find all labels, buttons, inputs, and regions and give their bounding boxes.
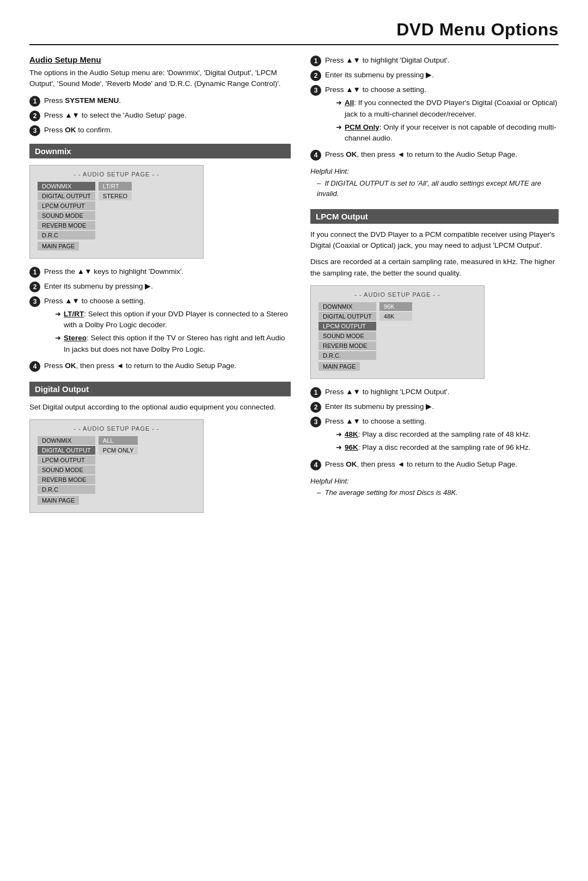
do-step-num-4: 4 — [310, 150, 321, 161]
lpcm-item-reverb-mode: REVERB MODE — [318, 341, 376, 350]
arrow-sym-pcm: ➜ — [336, 122, 342, 133]
lpcm-output-heading: LPCM Output — [310, 209, 559, 224]
arrow-sym-96k: ➜ — [336, 442, 342, 453]
downmix-option-ltrt: LT/RT — [99, 182, 132, 191]
downmix-step-2: 2 Enter its submenu by pressing ▶. — [29, 281, 291, 292]
lpcm-menu-col-left: DOWNMIX DIGITAL OUTPUT LPCM OUTPUT SOUND… — [318, 302, 376, 360]
do-all-text: All: If you connected the DVD Player's D… — [345, 97, 559, 120]
audio-setup-section: Audio Setup Menu The options in the Audi… — [29, 55, 291, 136]
downmix-item-reverb-mode: REVERB MODE — [38, 221, 95, 230]
digital-output-hint: Helpful Hint: – If DIGITAL OUTPUT is set… — [310, 166, 559, 199]
downmix-step-1: 1 Press the ▲▼ keys to highlight 'Downmi… — [29, 266, 291, 278]
arrow-sym-all: ➜ — [336, 97, 342, 108]
do-step-2: 2 Enter its submenu by pressing ▶. — [310, 70, 559, 81]
step-text-1: Press SYSTEM MENU. — [44, 95, 291, 106]
audio-setup-intro: The options in the Audio Setup menu are:… — [29, 68, 291, 90]
lpcm-menu-table: DOWNMIX DIGITAL OUTPUT LPCM OUTPUT SOUND… — [318, 302, 476, 360]
downmix-step-text-1: Press the ▲▼ keys to highlight 'Downmix'… — [44, 266, 291, 277]
do-pcm-text: PCM Only: Only if your receiver is not c… — [345, 122, 559, 144]
audio-setup-heading: Audio Setup Menu — [29, 55, 291, 64]
do-step-3: 3 Press ▲▼ to choose a setting. ➜ All: I… — [310, 84, 559, 146]
digital-output-diagram-title: - - AUDIO SETUP PAGE - - — [38, 425, 195, 432]
digital-output-intro: Set Digital output according to the opti… — [29, 402, 291, 413]
do-item-lpcm-output: LPCM OUTPUT — [38, 456, 95, 464]
digital-output-main-page: MAIN PAGE — [38, 496, 79, 505]
do-item-downmix: DOWNMIX — [38, 436, 95, 445]
step-text-2: Press ▲▼ to select the 'Audio Setup' pag… — [44, 110, 291, 121]
right-column: 1 Press ▲▼ to highlight 'Digital Output'… — [310, 55, 559, 521]
lpcm-step-num-2: 2 — [310, 402, 321, 413]
do-step-text-4: Press OK, then press ◄ to return to the … — [325, 149, 559, 160]
downmix-step-num-4: 4 — [29, 361, 40, 372]
lpcm-item-sound-mode: SOUND MODE — [318, 332, 376, 340]
downmix-step-num-3: 3 — [29, 296, 40, 307]
do-option-pcm-only: PCM ONLY — [99, 446, 138, 455]
do-item-sound-mode: SOUND MODE — [38, 466, 95, 474]
lpcm-item-drc: D.R.C. — [318, 351, 376, 360]
left-column: Audio Setup Menu The options in the Audi… — [29, 55, 291, 521]
lpcm-arrow-96k: ➜ 96K: Play a disc recorded at the sampl… — [336, 442, 559, 453]
audio-setup-step-3: 3 Press OK to confirm. — [29, 125, 291, 136]
lpcm-step-text-3: Press ▲▼ to choose a setting. ➜ 48K: Pla… — [325, 416, 559, 456]
downmix-heading: Downmix — [29, 144, 291, 158]
do-step-num-2: 2 — [310, 70, 321, 81]
audio-setup-step-1: 1 Press SYSTEM MENU. — [29, 95, 291, 107]
page-title: DVD Menu Options — [29, 20, 559, 45]
digital-output-heading: Digital Output — [29, 382, 291, 396]
lpcm-output-section: LPCM Output If you connect the DVD Playe… — [310, 209, 559, 498]
downmix-item-downmix: DOWNMIX — [38, 182, 95, 191]
do-option-all: ALL — [99, 436, 138, 445]
digital-output-menu-table: DOWNMIX DIGITAL OUTPUT LPCM OUTPUT SOUND… — [38, 436, 195, 494]
do-step-4: 4 Press OK, then press ◄ to return to th… — [310, 149, 559, 161]
lpcm-option-96k: 96K — [379, 302, 412, 311]
lpcm-step-num-1: 1 — [310, 387, 321, 398]
downmix-ltrt-text: LT/RT: Select this option if your DVD Pl… — [64, 309, 291, 331]
downmix-arrow-ltrt: ➜ LT/RT: Select this option if your DVD … — [55, 309, 291, 331]
downmix-option-stereo: STEREO — [99, 192, 132, 200]
downmix-item-drc: D.R.C — [38, 231, 95, 240]
lpcm-diagram-title: - - AUDIO SETUP PAGE - - — [318, 291, 476, 298]
downmix-step-num-2: 2 — [29, 282, 40, 292]
do-item-digital-output: DIGITAL OUTPUT — [38, 446, 95, 455]
lpcm-item-digital-output: DIGITAL OUTPUT — [318, 312, 376, 321]
downmix-item-lpcm-output: LPCM OUTPUT — [38, 201, 95, 210]
digital-output-diagram: - - AUDIO SETUP PAGE - - DOWNMIX DIGITAL… — [29, 419, 204, 513]
downmix-item-sound-mode: SOUND MODE — [38, 211, 95, 220]
do-arrow-pcm: ➜ PCM Only: Only if your receiver is not… — [336, 122, 559, 144]
do-item-reverb-mode: REVERB MODE — [38, 475, 95, 484]
lpcm-hint-label: Helpful Hint: — [310, 476, 559, 487]
lpcm-item-lpcm-output: LPCM OUTPUT — [318, 322, 376, 331]
lpcm-hint-text: – The average setting for most Discs is … — [317, 487, 559, 498]
downmix-step-3: 3 Press ▲▼ to choose a setting. ➜ LT/RT:… — [29, 296, 291, 357]
downmix-step-text-3: Press ▲▼ to choose a setting. ➜ LT/RT: S… — [44, 296, 291, 357]
do-step-text-3: Press ▲▼ to choose a setting. ➜ All: If … — [325, 84, 559, 146]
digital-output-steps-section: 1 Press ▲▼ to highlight 'Digital Output'… — [310, 55, 559, 199]
downmix-step-text-4: Press OK, then press ◄ to return to the … — [44, 360, 291, 371]
lpcm-menu-col-right: 96K 48K — [379, 302, 412, 360]
lpcm-step-text-1: Press ▲▼ to highlight 'LPCM Output'. — [325, 387, 559, 397]
digital-output-menu-col-left: DOWNMIX DIGITAL OUTPUT LPCM OUTPUT SOUND… — [38, 436, 95, 494]
digital-output-section: Digital Output Set Digital output accord… — [29, 382, 291, 513]
lpcm-48k-text: 48K: Play a disc recorded at the samplin… — [345, 429, 530, 440]
do-step-num-1: 1 — [310, 56, 321, 66]
lpcm-step-num-3: 3 — [310, 417, 321, 427]
audio-setup-step-2: 2 Press ▲▼ to select the 'Audio Setup' p… — [29, 110, 291, 121]
downmix-diagram: - - AUDIO SETUP PAGE - - DOWNMIX DIGITAL… — [29, 165, 204, 259]
do-arrow-all: ➜ All: If you connected the DVD Player's… — [336, 97, 559, 120]
downmix-item-digital-output: DIGITAL OUTPUT — [38, 192, 95, 200]
arrow-sym-stereo: ➜ — [55, 333, 61, 344]
lpcm-diagram: - - AUDIO SETUP PAGE - - DOWNMIX DIGITAL… — [310, 285, 485, 379]
lpcm-step-4: 4 Press OK, then press ◄ to return to th… — [310, 459, 559, 470]
downmix-sub-steps: ➜ LT/RT: Select this option if your DVD … — [44, 309, 291, 355]
lpcm-intro-1: If you connect the DVD Player to a PCM c… — [310, 229, 559, 252]
lpcm-arrow-48k: ➜ 48K: Play a disc recorded at the sampl… — [336, 429, 559, 440]
lpcm-step-3: 3 Press ▲▼ to choose a setting. ➜ 48K: P… — [310, 416, 559, 456]
page: DVD Menu Options Audio Setup Menu The op… — [0, 0, 588, 881]
downmix-section: Downmix - - AUDIO SETUP PAGE - - DOWNMIX… — [29, 144, 291, 372]
downmix-main-page: MAIN PAGE — [38, 242, 79, 250]
step-text-3: Press OK to confirm. — [44, 125, 291, 136]
lpcm-main-page: MAIN PAGE — [318, 362, 360, 371]
downmix-menu-col-left: DOWNMIX DIGITAL OUTPUT LPCM OUTPUT SOUND… — [38, 182, 95, 240]
lpcm-option-48k: 48K — [379, 312, 412, 321]
lpcm-step-num-4: 4 — [310, 460, 321, 470]
